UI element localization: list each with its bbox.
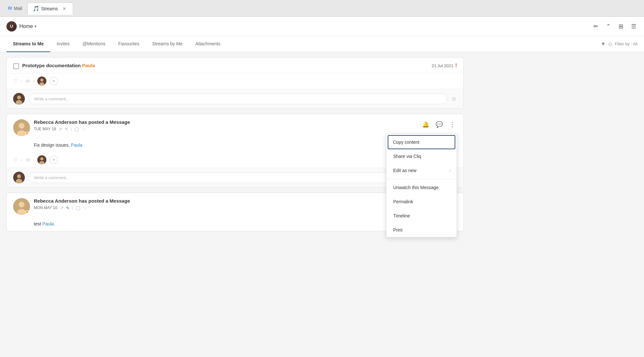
- avatar-group-1: [37, 77, 46, 86]
- reply-button[interactable]: 💬: [434, 120, 444, 129]
- mention-paula[interactable]: Paula: [71, 142, 82, 148]
- more-options-button[interactable]: ⋮: [448, 119, 457, 130]
- online-indicator-2: [25, 210, 29, 214]
- tab-attachments[interactable]: Attachments: [189, 36, 227, 52]
- home-label: Home: [19, 23, 33, 29]
- grid-view-button[interactable]: ⊞: [617, 22, 625, 31]
- stream-card-1-title-area: Prototype documentation Paula: [13, 63, 95, 69]
- tab-invites[interactable]: Invites: [50, 36, 76, 52]
- star-icon-2[interactable]: ☆: [83, 205, 87, 211]
- like-icon[interactable]: ♡: [13, 78, 18, 84]
- streams-list: Prototype documentation Paula 21 Jul 202…: [0, 52, 470, 236]
- header: U Home ▾ ✏ ⌃ ⊞ ☰: [0, 17, 644, 36]
- header-right: ✏ ⌃ ⊞ ☰: [592, 22, 638, 31]
- external-link-icon[interactable]: ↗: [59, 127, 62, 132]
- tab-bar: ✉ Mail 🎵 Streams ✕: [0, 0, 644, 17]
- external-link-icon-2[interactable]: ↗: [60, 206, 63, 210]
- stream-card-1-header: Prototype documentation Paula 21 Jul 202…: [7, 58, 463, 73]
- nav-filter: ▼ ◇ Filter by : All: [601, 41, 638, 47]
- mention-paula-2[interactable]: Paula: [42, 221, 54, 226]
- stream-title-1: Prototype documentation Paula: [22, 63, 95, 68]
- home-dropdown[interactable]: Home ▾: [19, 23, 36, 29]
- alarm-button[interactable]: 🔔: [421, 120, 431, 129]
- dropdown-item-unwatch[interactable]: Unwatch this Message: [386, 180, 457, 195]
- emoji-button-1[interactable]: ☺: [451, 96, 457, 102]
- avatar-group-2: [37, 155, 46, 164]
- comment-placeholder-2: Write a comment...: [34, 175, 69, 180]
- compose-button[interactable]: ✏: [592, 22, 600, 31]
- avatar-member-1: [37, 77, 46, 86]
- post-author-2: Rebecca Anderson has posted a Message: [34, 198, 130, 204]
- tab-streams[interactable]: 🎵 Streams ✕: [27, 3, 73, 15]
- follow-icon[interactable]: ♾: [25, 78, 30, 84]
- dropdown-item-share-via-cliq[interactable]: Share via Cliq: [386, 149, 457, 163]
- svg-point-16: [19, 202, 24, 207]
- filter-clear-icon[interactable]: ◇: [608, 41, 612, 47]
- stream-title-user-1: Paula: [82, 63, 95, 68]
- nav-tabs: Streams to Me Invites @Mentions Favourit…: [0, 36, 644, 52]
- dropdown-item-print[interactable]: Print: [386, 223, 457, 237]
- stream-checkbox-1[interactable]: [13, 63, 19, 69]
- comment-input-2[interactable]: Write a comment...: [29, 172, 447, 183]
- svg-point-1: [40, 78, 43, 82]
- avatar-member-2: [37, 155, 46, 164]
- post-header-left-1: Rebecca Anderson has posted a Message TU…: [13, 119, 130, 136]
- lock-icon-2: ◯: [76, 206, 80, 210]
- tab-mail[interactable]: ✉ Mail: [3, 3, 27, 14]
- close-tab-button[interactable]: ✕: [61, 5, 68, 12]
- tab-mentions[interactable]: @Mentions: [76, 36, 112, 52]
- comment-placeholder-1: Write a comment...: [34, 96, 69, 101]
- post-date-2: MON MAY 10: [34, 206, 57, 210]
- menu-button[interactable]: ☰: [630, 22, 638, 31]
- collapse-button[interactable]: ⌃: [605, 22, 612, 31]
- dropdown-item-timeline[interactable]: Timeline: [386, 209, 457, 223]
- post-date-line-2: MON MAY 10 ↗ ✎ | ◯ ☆: [34, 205, 130, 211]
- edit-icon-2[interactable]: ✎: [66, 206, 70, 210]
- avatar-face-svg: [37, 77, 46, 86]
- edit-icon[interactable]: ✎: [65, 127, 68, 132]
- post-date-line-1: TUE MAY 18 ↗ ✎ | ◯ ☆: [34, 126, 130, 132]
- dropdown-item-edit-as-new[interactable]: Edit as new ›: [386, 163, 457, 178]
- dropdown-menu: Copy content Share via Cliq Edit as new …: [386, 133, 457, 237]
- lock-icon: ◯: [74, 127, 79, 132]
- commenter-avatar-1: [13, 93, 25, 105]
- svg-point-4: [17, 96, 21, 99]
- filter-icon[interactable]: ▼: [601, 41, 606, 47]
- post-date-1: TUE MAY 18: [34, 127, 56, 131]
- dot-separator-2: •: [33, 79, 34, 83]
- tab-favourites[interactable]: Favourites: [112, 36, 146, 52]
- svg-point-10: [40, 157, 43, 160]
- post-header-right-1: 🔔 💬 ⋮: [421, 119, 457, 130]
- urgent-indicator: !: [455, 63, 457, 69]
- tab-mail-label: Mail: [14, 6, 22, 11]
- post-meta-1: Rebecca Anderson has posted a Message TU…: [34, 119, 130, 132]
- mail-icon: ✉: [8, 5, 12, 11]
- post-header-left-2: Rebecca Anderson has posted a Message MO…: [13, 198, 130, 215]
- tab-streams-to-me[interactable]: Streams to Me: [6, 36, 50, 52]
- post-avatar-1: [13, 119, 30, 136]
- header-left: U Home ▾: [6, 21, 36, 32]
- post-avatar-2: [13, 198, 30, 215]
- main-content: Streams to Me Invites @Mentions Favourit…: [0, 36, 644, 357]
- tab-streams-label: Streams: [41, 6, 58, 11]
- dropdown-item-copy-content[interactable]: Copy content: [388, 135, 455, 149]
- post-author-1: Rebecca Anderson has posted a Message: [34, 119, 130, 125]
- filter-label[interactable]: Filter by : All: [615, 41, 638, 46]
- comment-input-1[interactable]: Write a comment...: [29, 94, 447, 104]
- tab-streams-by-me[interactable]: Streams by Me: [146, 36, 189, 52]
- dot-separator: •: [21, 79, 22, 83]
- follow-icon-2[interactable]: ♾: [25, 157, 30, 163]
- dropdown-separator: [386, 179, 457, 179]
- like-icon-2[interactable]: ♡: [13, 157, 18, 163]
- svg-point-13: [17, 174, 21, 178]
- svg-point-7: [19, 123, 24, 129]
- stream-card-1: Prototype documentation Paula 21 Jul 202…: [6, 57, 464, 109]
- add-member-button-2[interactable]: +: [50, 156, 58, 164]
- dropdown-item-permalink[interactable]: Permalink: [386, 195, 457, 209]
- add-member-button-1[interactable]: +: [50, 77, 58, 85]
- comment-area-1: Write a comment... ☺: [7, 89, 463, 108]
- stream-date-1: 21 Jul 2021 !: [431, 63, 457, 69]
- star-icon[interactable]: ☆: [82, 126, 86, 132]
- chevron-down-icon: ▾: [34, 24, 36, 29]
- post-meta-2: Rebecca Anderson has posted a Message MO…: [34, 198, 130, 211]
